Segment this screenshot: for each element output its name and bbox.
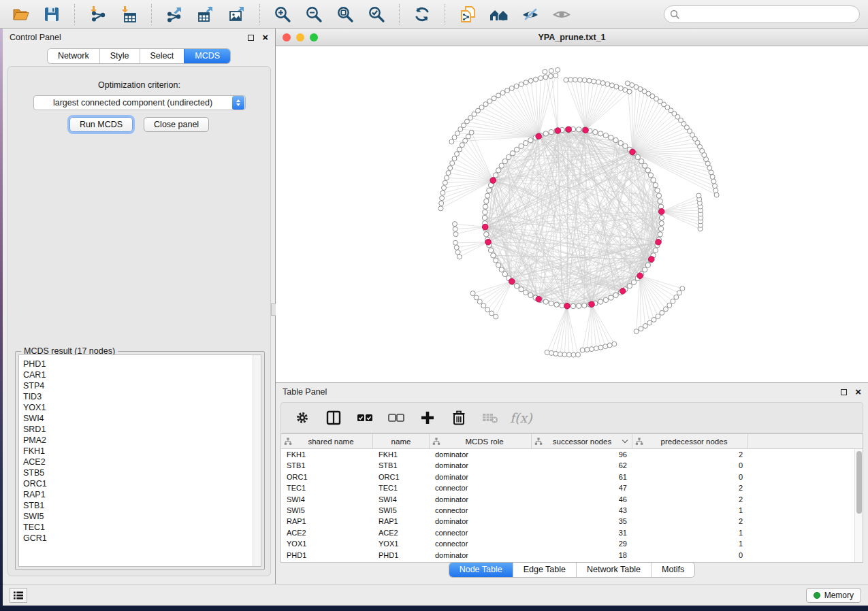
mcds-result-item[interactable]: PMA2 [23,435,261,446]
export-network-button[interactable] [161,3,188,25]
zoom-selected-icon [367,5,386,24]
mcds-result-item[interactable]: TID3 [23,391,261,402]
apply-layout-button[interactable] [408,3,436,25]
mcds-result-list[interactable]: PHD1CAR1STP4TID3YOX1SWI4SRD1PMA2FKH1ACE2… [18,354,261,567]
import-table-button[interactable] [115,3,142,25]
search-input[interactable] [664,5,860,23]
export-image-button[interactable] [223,3,251,25]
network-canvas[interactable] [276,46,868,382]
table-row[interactable]: RAP1RAP1dominator352 [281,516,854,527]
destroy-table-button[interactable] [479,406,502,429]
tab-network-table[interactable]: Network Table [576,563,651,577]
run-mcds-button[interactable]: Run MCDS [69,117,133,132]
table-row[interactable]: ACE2ACE2connector311 [281,527,854,538]
table-cell: ACE2 [281,527,373,538]
zoom-fit-icon [336,5,355,24]
tab-style[interactable]: Style [99,49,140,63]
mcds-result-item[interactable]: STB5 [23,467,261,478]
table-row[interactable]: TEC1TEC1connector472 [281,482,854,493]
zoom-selected-button[interactable] [363,3,390,25]
table-delete-icon [481,410,499,425]
column-header-shared-name[interactable]: shared name [281,434,373,448]
refresh-icon [413,5,432,24]
equation-builder-button[interactable]: f(x) [510,410,532,425]
close-panel-button[interactable]: Close panel [144,117,209,132]
mcds-result-item[interactable]: PHD1 [23,359,261,369]
table-cell: 0 [632,550,748,561]
panel-toggle-button[interactable] [10,588,27,603]
table-cell: FKH1 [281,449,373,460]
close-panel-icon[interactable]: × [262,34,268,41]
node-table-body[interactable]: FKH1FKH1dominator962STB1STB1dominator620… [281,449,854,562]
mcds-result-item[interactable]: ACE2 [23,457,261,467]
mcds-result-item[interactable]: CAR1 [23,369,261,380]
table-row[interactable]: STB1STB1dominator620 [281,460,854,471]
save-session-button[interactable] [38,3,65,25]
table-cell: SWI5 [281,505,373,516]
tab-mcds[interactable]: MCDS [184,49,230,63]
mcds-result-item[interactable]: SWI5 [23,511,261,522]
mcds-result-item[interactable]: GCR1 [23,533,261,544]
table-cell: dominator [430,449,532,460]
unchecked-boxes-icon [387,409,405,427]
column-header-label: name [376,437,426,446]
table-cell: connector [430,505,532,516]
close-table-panel-icon[interactable]: × [855,389,861,395]
mcds-result-item[interactable]: TEC1 [23,522,261,533]
tab-network[interactable]: Network [48,49,99,63]
column-header-successor-nodes[interactable]: successor nodes [532,434,632,448]
show-hidden-button[interactable] [548,3,575,25]
float-table-panel-icon[interactable] [841,389,847,395]
mcds-list-scrollbar[interactable] [253,355,261,566]
column-header-predecessor-nodes[interactable]: predecessor nodes [632,434,748,448]
control-panel-tabs: NetworkStyleSelectMCDS [3,49,275,63]
mcds-result-item[interactable]: RAP1 [23,489,261,500]
table-row[interactable]: SWI5SWI5connector431 [281,505,854,516]
search-field-wrap [664,5,860,23]
zoom-fit-button[interactable] [332,3,359,25]
column-header-name[interactable]: name [373,434,430,448]
export-table-button[interactable] [192,3,219,25]
mcds-result-item[interactable]: YOX1 [23,402,261,413]
mcds-result-item[interactable]: SRD1 [23,424,261,435]
first-neighbors-button[interactable] [485,3,513,25]
attribute-type-icon [534,437,543,446]
table-scrollbar-thumb[interactable] [856,451,862,514]
table-cell: TEC1 [373,482,430,493]
zoom-in-button[interactable] [269,3,296,25]
search-icon [670,10,680,20]
table-row[interactable]: PHD1PHD1dominator180 [281,550,854,561]
optimization-criterion-select[interactable]: largest connected component (undirected) [33,95,246,110]
deselect-all-columns-button[interactable] [385,406,408,429]
table-row[interactable]: ORC1ORC1dominator610 [281,472,854,482]
network-from-selection-button[interactable] [454,3,481,25]
tab-edge-table[interactable]: Edge Table [513,563,576,577]
import-network-button[interactable] [84,3,111,25]
tab-node-table[interactable]: Node Table [449,563,513,577]
hide-selected-button[interactable] [517,3,544,25]
tab-select[interactable]: Select [140,49,184,63]
table-cell: 61 [532,472,632,482]
zoom-out-button[interactable] [300,3,327,25]
table-row[interactable]: YOX1YOX1connector291 [281,538,854,549]
table-settings-button[interactable] [291,406,314,429]
mcds-result-item[interactable]: STP4 [23,380,261,391]
table-row[interactable]: SWI4SWI4dominator462 [281,494,854,505]
table-scrollbar[interactable] [854,449,863,562]
show-columns-button[interactable] [322,406,345,429]
open-file-button[interactable] [7,3,34,25]
memory-button[interactable]: Memory [806,588,861,603]
select-all-columns-button[interactable] [353,406,376,429]
add-column-button[interactable] [416,406,439,429]
mcds-result-item[interactable]: STB1 [23,500,261,511]
float-panel-icon[interactable] [248,35,254,41]
import-table-icon [119,5,138,24]
table-cell: 2 [632,494,748,505]
tab-motifs[interactable]: Motifs [651,563,694,577]
mcds-result-item[interactable]: FKH1 [23,446,261,457]
mcds-result-item[interactable]: SWI4 [23,413,261,424]
table-row[interactable]: FKH1FKH1dominator962 [281,449,854,460]
delete-columns-button[interactable] [447,406,470,429]
mcds-result-item[interactable]: ORC1 [23,478,261,489]
column-header-MCDS-role[interactable]: MCDS role [430,434,532,448]
